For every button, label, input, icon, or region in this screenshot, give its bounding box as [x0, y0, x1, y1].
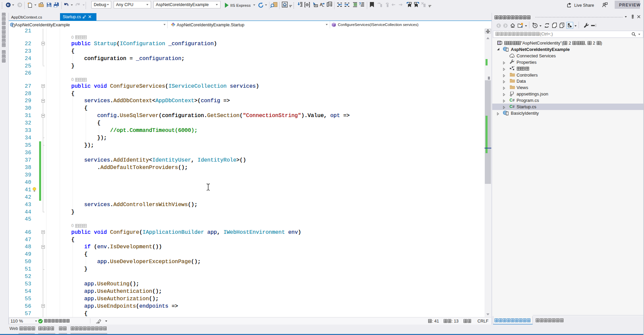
svg-text:?: ? [359, 2, 361, 6]
svg-text:#: # [513, 105, 515, 109]
svg-text:C: C [509, 104, 513, 109]
svg-text:C: C [509, 98, 513, 102]
svg-text:#: # [513, 98, 515, 102]
